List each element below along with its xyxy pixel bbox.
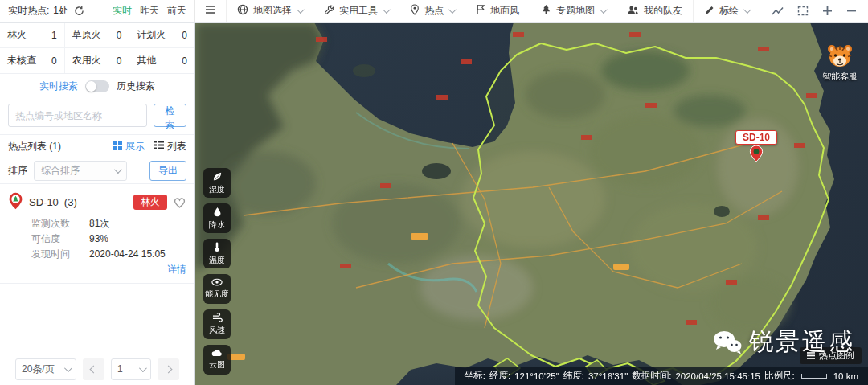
fire-type-badge: 林火 (133, 195, 167, 210)
smart-assistant[interactable]: 智能客服 (822, 43, 858, 83)
hamburger-icon (205, 5, 216, 17)
detail-link[interactable]: 详情 (8, 263, 186, 276)
layer-cloud-button[interactable]: 云图 (203, 345, 231, 375)
latitude-label: 纬度: (563, 370, 584, 382)
layer-temperature-button[interactable]: 温度 (203, 239, 231, 268)
view-list-button[interactable]: 列表 (154, 140, 186, 154)
hotspot-summary-bar: 实时热点: 1处 实时 昨天 前天 (0, 0, 195, 22)
chevron-down-icon (114, 166, 122, 174)
satellite-map-canvas[interactable] (195, 23, 868, 385)
search-mode-toggle[interactable] (85, 80, 109, 92)
hotspot-marker-pin-icon[interactable] (749, 145, 764, 162)
stat-unverified: 未核查0 (0, 48, 65, 73)
chevron-down-icon (64, 364, 72, 372)
stat-value: 0 (117, 30, 122, 41)
select-area-icon[interactable] (797, 6, 809, 16)
hotspot-marker[interactable]: SD-10 (732, 130, 780, 162)
grid-icon (113, 141, 122, 153)
field-label: 可信度 (31, 231, 78, 247)
chevron-down-icon (743, 6, 751, 14)
list-icon (154, 141, 164, 152)
heart-icon[interactable] (173, 196, 186, 208)
tree-icon (541, 4, 551, 18)
refresh-icon[interactable] (74, 6, 84, 16)
measure-line-icon[interactable] (772, 6, 784, 16)
search-button[interactable]: 检索 (154, 104, 186, 127)
layer-wind-speed-button[interactable]: 风速 (203, 309, 231, 339)
sort-row: 排序 综合排序 导出 (0, 158, 194, 184)
menu-plot[interactable]: 标绘 (694, 0, 760, 22)
layer-label: 降水 (209, 219, 225, 231)
hamburger-menu-button[interactable] (195, 0, 227, 22)
menu-map-select-label: 地图选择 (253, 4, 292, 18)
cloud-icon (211, 349, 223, 358)
users-icon (627, 5, 639, 18)
fire-stats-grid: 林火1 草原火0 计划火0 未核查0 农用火0 其他0 (0, 23, 194, 74)
field-value: 81次 (89, 216, 109, 231)
chevron-down-icon (383, 6, 391, 14)
hotspot-legend-button[interactable]: 热点图例 (800, 347, 862, 364)
prev-page-button[interactable] (83, 358, 104, 380)
stat-value: 0 (51, 55, 57, 67)
menu-hotspot[interactable]: 热点 (399, 0, 465, 22)
tab-day-before[interactable]: 前天 (167, 4, 186, 18)
map-toolbar: 地图选择 实用工具 热点 地面风 专题地图 (195, 0, 868, 22)
history-search-label[interactable]: 历史搜索 (117, 80, 155, 93)
map-viewport[interactable]: 湿度 降水 温度 能见度 风速 (195, 23, 868, 385)
menu-ground-wind-label: 地面风 (490, 4, 519, 18)
tab-yesterday[interactable]: 昨天 (140, 4, 159, 18)
tab-realtime[interactable]: 实时 (113, 4, 132, 18)
scale-label: 比例尺: (764, 370, 795, 382)
chevron-down-icon (600, 6, 608, 14)
search-mode-row: 实时搜索 历史搜索 (0, 74, 194, 98)
hotspot-list-item[interactable]: SD-10 (3) 林火 监测次数81次 可信度93% 发现时间2020-04-… (0, 184, 194, 284)
page-size-select[interactable]: 20条/页 (15, 358, 76, 380)
hotspot-search-input[interactable] (8, 104, 147, 127)
longitude-label: 经度: (489, 370, 510, 382)
realtime-search-label[interactable]: 实时搜索 (39, 80, 78, 93)
view-display-label: 展示 (125, 140, 145, 154)
data-time-value: 2020/04/25 15:45:15 (675, 371, 760, 381)
field-value: 93% (89, 231, 108, 247)
zoom-in-icon[interactable] (822, 6, 833, 16)
chevron-right-icon (165, 365, 173, 373)
stat-label: 农用火 (72, 54, 101, 68)
menu-tools[interactable]: 实用工具 (313, 0, 399, 22)
menu-thematic-map[interactable]: 专题地图 (530, 0, 616, 22)
sort-selected-value: 综合排序 (41, 164, 80, 178)
wind-icon (212, 313, 223, 324)
sort-select[interactable]: 综合排序 (34, 161, 127, 181)
realtime-hotspot-label: 实时热点: (8, 4, 49, 18)
menu-my-team[interactable]: 我的队友 (616, 0, 694, 22)
export-button[interactable]: 导出 (149, 161, 186, 181)
thermometer-icon (214, 241, 220, 254)
page-number-select[interactable]: 1 (111, 358, 151, 380)
hotspot-marker-label[interactable]: SD-10 (735, 130, 777, 145)
field-value: 2020-04-24 15:05 (89, 247, 166, 262)
stat-label: 计划火 (137, 28, 166, 42)
view-list-label: 列表 (167, 140, 186, 154)
zoom-out-icon[interactable] (846, 6, 857, 16)
tiger-mascot-icon (825, 43, 854, 69)
stat-planned-fire: 计划火0 (129, 23, 194, 48)
weather-layer-column: 湿度 降水 温度 能见度 风速 (203, 168, 231, 375)
layer-precipitation-button[interactable]: 降水 (203, 203, 231, 233)
layer-label: 云图 (209, 359, 225, 371)
stat-label: 未核查 (7, 54, 36, 68)
legend-icon (807, 351, 815, 361)
layer-visibility-button[interactable]: 能见度 (203, 274, 231, 304)
view-display-button[interactable]: 展示 (113, 140, 145, 154)
sort-label: 排序 (8, 164, 27, 178)
scale-value: 10 km (833, 371, 858, 381)
layer-humidity-button[interactable]: 湿度 (203, 168, 231, 198)
next-page-button[interactable] (158, 358, 179, 380)
map-statusbar: 坐标: 经度: 121°10'25" 纬度: 37°16'31" 数据时间: 2… (455, 367, 868, 385)
menu-ground-wind[interactable]: 地面风 (465, 0, 530, 22)
coord-label: 坐标: (465, 370, 485, 382)
menu-map-select[interactable]: 地图选择 (227, 0, 313, 22)
stat-value: 0 (182, 55, 187, 67)
stat-grass-fire: 草原火0 (65, 23, 130, 48)
chevron-left-icon (90, 365, 98, 373)
menu-my-team-label: 我的队友 (644, 4, 682, 18)
stat-label: 其他 (137, 54, 156, 68)
